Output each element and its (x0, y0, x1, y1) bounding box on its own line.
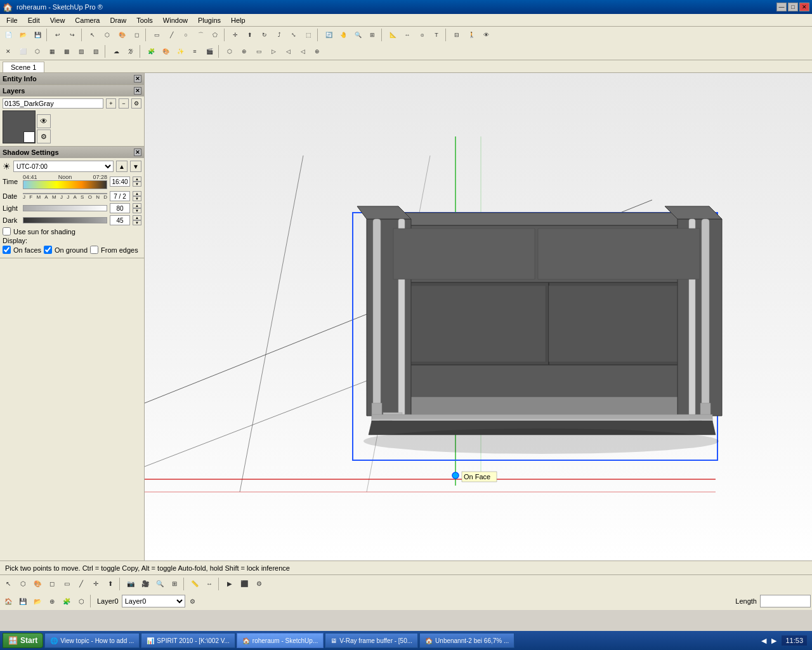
tb-section[interactable]: ⊟ (450, 28, 464, 42)
tb-erase[interactable]: ◻ (129, 28, 143, 42)
bt-paint[interactable]: 🎨 (30, 577, 44, 591)
tb2-left[interactable]: ◁ (296, 44, 310, 58)
date-down-btn[interactable]: ▼ (133, 196, 141, 201)
menu-help[interactable]: Help (226, 15, 251, 25)
tb-polygon[interactable]: ⬠ (208, 28, 222, 42)
menu-camera[interactable]: Camera (70, 15, 105, 25)
on-ground-checkbox[interactable] (44, 246, 52, 254)
bt-vray3[interactable]: ⚙ (252, 577, 266, 591)
bt-dimension[interactable]: ↔ (202, 577, 216, 591)
tb2-axes[interactable]: ✕ (1, 44, 15, 58)
menu-edit[interactable]: Edit (23, 15, 45, 25)
tb2-front[interactable]: ▭ (252, 44, 266, 58)
layers-close[interactable]: ✕ (134, 87, 141, 95)
tb-zoom[interactable]: 🔍 (351, 28, 365, 42)
tb-redo[interactable]: ↪ (65, 28, 79, 42)
shadow-up-btn[interactable]: ▲ (116, 161, 128, 172)
tb2-fog[interactable]: 🌫 (124, 44, 138, 58)
time-down-btn[interactable]: ▼ (133, 182, 141, 187)
bt-component[interactable]: ⬡ (16, 577, 30, 591)
bt2-2[interactable]: 💾 (16, 594, 30, 608)
tb-arc[interactable]: ⌒ (193, 28, 207, 42)
tb-lookaround[interactable]: 👁 (479, 28, 493, 42)
dark-value-input[interactable] (110, 215, 130, 225)
menu-view[interactable]: View (45, 15, 70, 25)
bt2-axes[interactable]: ⊕ (45, 594, 59, 608)
titlebar-controls[interactable]: — □ ✕ (776, 3, 809, 11)
tb-orbit[interactable]: 🔄 (322, 28, 336, 42)
tb2-iso[interactable]: ⬡ (223, 44, 237, 58)
light-up-btn[interactable]: ▲ (133, 203, 141, 208)
tb-pan[interactable]: 🤚 (336, 28, 350, 42)
tb-component[interactable]: ⬡ (100, 28, 114, 42)
layer-select[interactable]: Layer0 (122, 595, 185, 607)
bt2-group[interactable]: ⬡ (74, 594, 88, 608)
bt-move[interactable]: ✛ (89, 577, 103, 591)
bt-pushpull[interactable]: ⬆ (103, 577, 117, 591)
tb2-top[interactable]: ⊕ (237, 44, 251, 58)
menu-draw[interactable]: Draw (105, 15, 131, 25)
dark-down-btn[interactable]: ▼ (133, 220, 141, 225)
tb2-wireframe[interactable]: ⬡ (30, 44, 44, 58)
tb2-shaded[interactable]: ▩ (60, 44, 74, 58)
bt-rect[interactable]: ▭ (60, 577, 74, 591)
tb2-scenes[interactable]: 🎬 (202, 44, 216, 58)
start-button[interactable]: 🪟 Start (3, 633, 43, 648)
tb-dimension[interactable]: ↔ (400, 28, 414, 42)
taskbar-item-1[interactable]: 📊 SPIRIT 2010 - [K:\002 V... (141, 633, 235, 648)
layers-add-btn[interactable]: + (106, 98, 116, 109)
tb2-monochrome[interactable]: ▧ (89, 44, 103, 58)
tb-pushpull[interactable]: ⬆ (243, 28, 257, 42)
close-button[interactable]: ✕ (799, 3, 809, 11)
taskbar-item-2[interactable]: 🏠 roheraum - SketchUp... (237, 633, 324, 648)
timezone-select[interactable]: UTC-07:00 (13, 161, 114, 172)
tb-save[interactable]: 💾 (30, 28, 44, 42)
tb2-materials[interactable]: 🎨 (159, 44, 173, 58)
bt-measure[interactable]: 📏 (188, 577, 202, 591)
bt-camera1[interactable]: 📷 (124, 577, 138, 591)
on-faces-checkbox[interactable] (3, 246, 11, 254)
tb2-layers[interactable]: ≡ (188, 44, 202, 58)
taskbar-item-3[interactable]: 🖥 V-Ray frame buffer - [50... (325, 633, 418, 648)
bt-vray2[interactable]: ⬛ (237, 577, 251, 591)
viewport[interactable]: On Face (145, 73, 812, 560)
light-slider[interactable] (23, 205, 107, 211)
taskbar-item-4[interactable]: 🏠 Unbenannt-2 bei 66,7% ... (419, 633, 514, 648)
bt-erase[interactable]: ◻ (45, 577, 59, 591)
tb-circle[interactable]: ○ (179, 28, 193, 42)
tb-undo[interactable]: ↩ (51, 28, 65, 42)
light-down-btn[interactable]: ▼ (133, 208, 141, 213)
layer-visible-btn[interactable]: 👁 (37, 114, 51, 128)
bt-vray1[interactable]: ▶ (223, 577, 237, 591)
light-value-input[interactable] (110, 203, 130, 213)
tb-new[interactable]: 📄 (1, 28, 15, 42)
layers-detail-btn[interactable]: ⚙ (131, 98, 141, 109)
tb-followme[interactable]: ⤴ (272, 28, 286, 42)
menu-file[interactable]: File (1, 15, 23, 25)
tb-line[interactable]: ╱ (164, 28, 178, 42)
bt-camera2[interactable]: 🎥 (138, 577, 152, 591)
tb-walk[interactable]: 🚶 (464, 28, 478, 42)
tb-protractor[interactable]: ⌾ (415, 28, 429, 42)
tb2-shadows[interactable]: ☁ (109, 44, 123, 58)
tb-scale[interactable]: ⤡ (287, 28, 301, 42)
tb2-xray[interactable]: ⬜ (16, 44, 30, 58)
date-up-btn[interactable]: ▲ (133, 191, 141, 196)
tb-move[interactable]: ✛ (228, 28, 242, 42)
minimize-button[interactable]: — (776, 3, 787, 11)
taskbar-item-0[interactable]: 🌐 View topic - How to add ... (44, 633, 140, 648)
bt2-3[interactable]: 📂 (30, 594, 44, 608)
date-value-input[interactable] (110, 191, 130, 201)
time-up-btn[interactable]: ▲ (133, 176, 141, 182)
length-input[interactable] (760, 595, 811, 607)
maximize-button[interactable]: □ (788, 3, 798, 11)
shadow-down-btn[interactable]: ▼ (130, 161, 141, 172)
tb-rect[interactable]: ▭ (150, 28, 164, 42)
use-sun-checkbox[interactable] (3, 227, 11, 235)
tb-rotate[interactable]: ↻ (258, 28, 272, 42)
menu-window[interactable]: Window (158, 15, 193, 25)
tb-select[interactable]: ↖ (86, 28, 100, 42)
tb2-back[interactable]: ◁ (281, 44, 295, 58)
tb2-hidden[interactable]: ▦ (45, 44, 59, 58)
bt-camera4[interactable]: ⊞ (167, 577, 181, 591)
